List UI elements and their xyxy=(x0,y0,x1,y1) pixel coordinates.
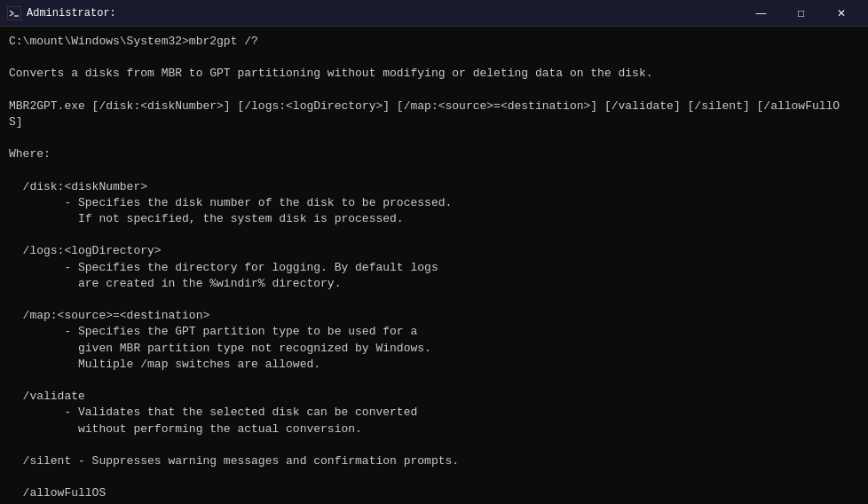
terminal-line: /validate xyxy=(9,389,859,405)
title-bar-left: Administrator: xyxy=(7,6,116,20)
terminal-line: /silent - Suppresses warning messages an… xyxy=(9,453,859,469)
window-title: Administrator: xyxy=(27,7,116,20)
title-bar: Administrator: — □ ✕ xyxy=(0,0,868,27)
close-button[interactable]: ✕ xyxy=(821,0,861,27)
terminal-line: - Specifies the directory for logging. B… xyxy=(9,260,859,276)
terminal-line: are created in the %windir% directory. xyxy=(9,276,859,292)
terminal-line: Multiple /map switches are allowed. xyxy=(9,357,859,373)
terminal-line: without performing the actual conversion… xyxy=(9,421,859,437)
terminal-line: /logs:<logDirectory> xyxy=(9,243,859,259)
terminal-line xyxy=(9,50,859,66)
minimize-button[interactable]: — xyxy=(741,0,781,27)
terminal-line: Converts a disks from MBR to GPT partiti… xyxy=(9,66,859,82)
title-bar-controls: — □ ✕ xyxy=(741,0,861,27)
terminal-line: Where: xyxy=(9,146,859,162)
terminal-line xyxy=(9,437,859,453)
terminal-line: - Specifies the GPT partition type to be… xyxy=(9,324,859,340)
terminal-line xyxy=(9,227,859,243)
terminal-body: C:\mount\Windows\System32>mbr2gpt /? Con… xyxy=(0,27,868,504)
terminal-line: /disk:<diskNumber> xyxy=(9,179,859,195)
terminal-line xyxy=(9,469,859,485)
maximize-button[interactable]: □ xyxy=(781,0,821,27)
terminal-line: /allowFullOS xyxy=(9,485,859,501)
terminal-line xyxy=(9,373,859,389)
terminal-line: C:\mount\Windows\System32>mbr2gpt /? xyxy=(9,34,859,50)
terminal-line: MBR2GPT.exe [/disk:<diskNumber>] [/logs:… xyxy=(9,98,859,114)
terminal-line xyxy=(9,83,859,98)
terminal-line xyxy=(9,292,859,308)
terminal-line: If not specified, the system disk is pro… xyxy=(9,211,859,227)
terminal-line: /map:<source>=<destination> xyxy=(9,308,859,324)
terminal-line: - Specifies the disk number of the disk … xyxy=(9,195,859,211)
terminal-line: - Validates that the selected disk can b… xyxy=(9,405,859,421)
terminal-icon xyxy=(7,6,21,20)
terminal-line: S] xyxy=(9,114,859,130)
terminal-line xyxy=(9,130,859,146)
terminal-line xyxy=(9,163,859,179)
terminal-line: given MBR partition type not recognized … xyxy=(9,341,859,357)
